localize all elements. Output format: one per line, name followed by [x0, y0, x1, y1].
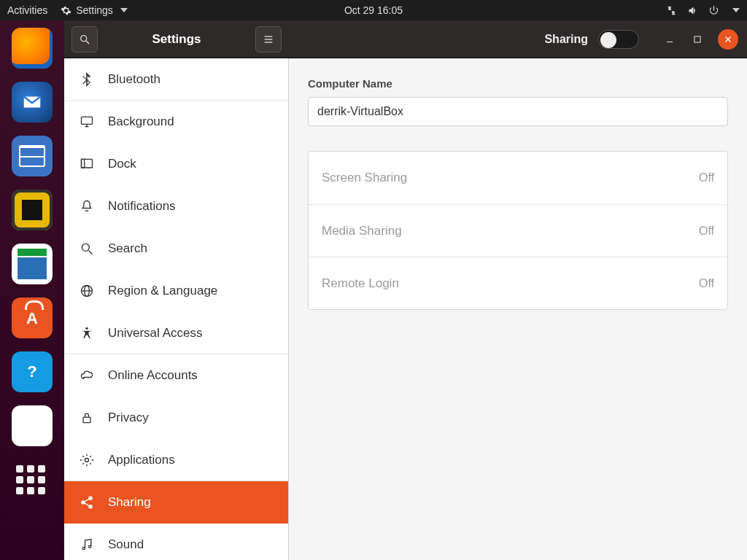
row-status: Off: [699, 171, 714, 184]
svg-point-19: [85, 327, 88, 329]
sidebar-item-label: Sound: [108, 537, 144, 552]
svg-line-1: [86, 41, 89, 44]
svg-rect-9: [82, 117, 93, 124]
window-titlebar: Settings Sharing: [64, 20, 747, 58]
sidebar-item-universal-access[interactable]: Universal Access: [64, 312, 288, 354]
header-panel-label: Sharing: [544, 33, 588, 46]
sidebar-item-label: Privacy: [108, 411, 149, 425]
cloud-icon: [79, 368, 95, 384]
row-label: Media Sharing: [322, 224, 402, 238]
apps-grid-icon: [16, 465, 48, 494]
dock-amazon[interactable]: a: [12, 405, 53, 446]
close-icon: [723, 34, 733, 44]
clock[interactable]: Oct 29 16:05: [344, 4, 403, 16]
window-minimize-button[interactable]: [662, 32, 677, 47]
row-media-sharing[interactable]: Media Sharing Off: [309, 204, 727, 257]
row-screen-sharing[interactable]: Screen Sharing Off: [309, 152, 727, 204]
dock-firefox[interactable]: [12, 28, 53, 69]
sharing-master-switch[interactable]: [598, 30, 639, 49]
window-close-button[interactable]: [718, 29, 738, 50]
computer-name-label: Computer Name: [308, 77, 728, 90]
dock-files[interactable]: [12, 136, 53, 176]
svg-line-25: [85, 499, 90, 502]
settings-sidebar: Bluetooth Background Dock Notifications …: [64, 58, 289, 560]
dock-thunderbird[interactable]: [12, 82, 53, 122]
globe-icon: [79, 283, 95, 299]
row-label: Remote Login: [322, 276, 399, 291]
svg-point-27: [82, 547, 85, 549]
sidebar-item-region-language[interactable]: Region & Language: [64, 270, 288, 312]
lock-icon: [79, 410, 95, 426]
dock-rhythmbox[interactable]: [12, 190, 53, 230]
sidebar-item-label: Background: [108, 114, 174, 129]
svg-rect-20: [83, 417, 90, 423]
sidebar-item-sharing[interactable]: Sharing: [64, 481, 288, 524]
sidebar-item-applications[interactable]: Applications: [64, 439, 288, 481]
dock-icon: [79, 156, 95, 172]
svg-line-26: [85, 503, 90, 506]
sidebar-item-label: Bluetooth: [108, 72, 160, 87]
sidebar-item-label: Sharing: [108, 495, 151, 510]
sidebar-item-notifications[interactable]: Notifications: [64, 185, 288, 228]
sidebar-item-label: Search: [108, 241, 147, 256]
svg-line-15: [89, 251, 93, 254]
svg-rect-6: [694, 36, 700, 42]
dock-show-applications[interactable]: [12, 459, 53, 500]
gear-icon: [79, 452, 95, 468]
sidebar-item-dock[interactable]: Dock: [64, 143, 288, 185]
svg-point-14: [82, 244, 89, 251]
chevron-down-icon: [120, 8, 128, 12]
sidebar-item-background[interactable]: Background: [64, 101, 288, 143]
sidebar-item-online-accounts[interactable]: Online Accounts: [64, 354, 288, 397]
row-status: Off: [699, 277, 714, 290]
minimize-icon: [665, 34, 675, 44]
sidebar-item-sound[interactable]: Sound: [64, 524, 288, 560]
svg-rect-12: [82, 159, 93, 168]
ubuntu-dock: ? a: [0, 20, 64, 560]
sidebar-item-bluetooth[interactable]: Bluetooth: [64, 58, 288, 101]
sidebar-item-label: Universal Access: [108, 326, 202, 341]
hamburger-menu-button[interactable]: [255, 26, 282, 52]
dock-libreoffice-writer[interactable]: [12, 244, 53, 284]
volume-icon: [687, 5, 698, 16]
share-icon: [79, 494, 95, 510]
envelope-icon: [21, 91, 43, 113]
svg-point-21: [85, 458, 89, 462]
search-icon: [79, 34, 90, 45]
sidebar-item-search[interactable]: Search: [64, 228, 288, 270]
window-maximize-button[interactable]: [690, 32, 705, 47]
sidebar-item-label: Notifications: [108, 199, 176, 214]
search-icon: [79, 241, 95, 257]
row-remote-login[interactable]: Remote Login Off: [309, 257, 727, 309]
dock-ubuntu-software[interactable]: [12, 298, 53, 338]
app-menu-label: Settings: [76, 4, 113, 16]
music-note-icon: [79, 537, 95, 553]
svg-point-0: [81, 35, 87, 41]
settings-content: Computer Name Screen Sharing Off Media S…: [289, 58, 747, 560]
activities-button[interactable]: Activities: [7, 4, 47, 16]
svg-rect-13: [82, 159, 85, 168]
gnome-top-panel: Activities Settings Oct 29 16:05: [0, 0, 747, 20]
maximize-icon: [692, 34, 703, 44]
monitor-icon: [79, 114, 95, 130]
hamburger-icon: [263, 34, 274, 45]
sidebar-item-label: Dock: [108, 157, 136, 171]
app-menu[interactable]: Settings: [61, 4, 128, 16]
network-icon: [666, 5, 677, 16]
window-title: Settings: [104, 32, 249, 47]
power-icon: [708, 5, 719, 16]
row-status: Off: [699, 225, 714, 238]
sidebar-item-label: Region & Language: [108, 284, 217, 298]
bell-icon: [79, 198, 95, 214]
sidebar-item-privacy[interactable]: Privacy: [64, 397, 288, 439]
system-status-area[interactable]: [666, 5, 740, 16]
dock-help[interactable]: ?: [12, 351, 53, 392]
row-label: Screen Sharing: [322, 171, 407, 185]
sharing-services-panel: Screen Sharing Off Media Sharing Off Rem…: [308, 151, 728, 310]
chevron-down-icon: [732, 8, 740, 12]
search-button[interactable]: [71, 26, 98, 52]
sidebar-item-label: Online Accounts: [108, 368, 198, 383]
computer-name-input[interactable]: [308, 97, 728, 126]
gear-icon: [61, 5, 71, 16]
settings-window: Settings Sharing Bluetooth Back: [64, 20, 747, 560]
